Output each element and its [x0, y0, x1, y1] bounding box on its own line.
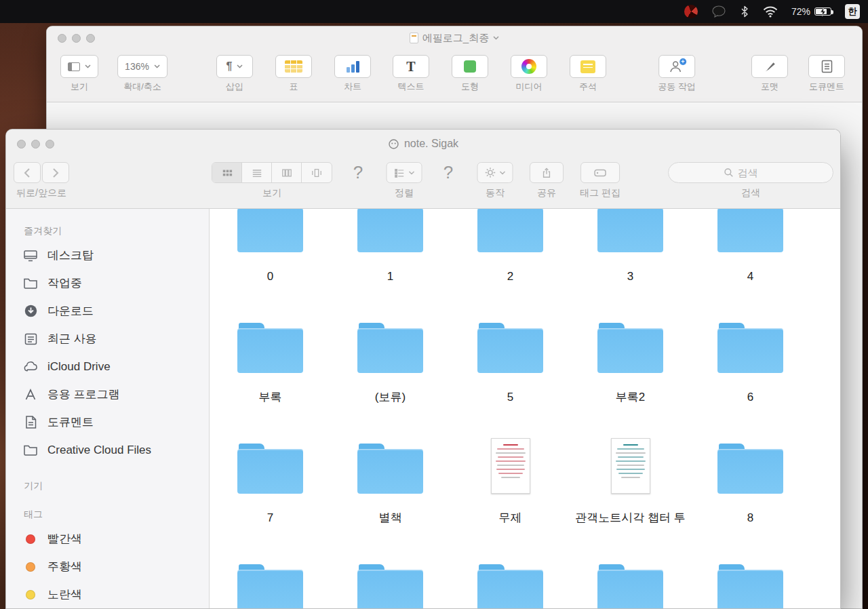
folder-item[interactable]: 8 [690, 437, 810, 557]
documents-icon [22, 415, 39, 429]
pages-media-button[interactable]: 미디어 [511, 55, 547, 93]
folder-item[interactable] [330, 557, 450, 609]
folder-item[interactable] [690, 557, 810, 609]
folder-icon [477, 323, 543, 373]
folder-item[interactable]: 2 [450, 209, 570, 316]
folder-item[interactable]: 1 [330, 209, 450, 316]
zoom-value: 136% [125, 61, 149, 72]
pages-window-title[interactable]: 에필로그_최종 [410, 32, 499, 45]
sidebar-item-downloads[interactable]: 다운로드 [22, 297, 209, 325]
list-view-icon [252, 168, 262, 178]
applications-icon [22, 388, 39, 401]
file-label: (보류) [375, 391, 406, 404]
question-mark-icon: ? [353, 162, 363, 183]
sidebar-tag-yellow[interactable]: 노란색 [22, 581, 209, 608]
menu-bar: 72% 한 [0, 0, 868, 23]
file-label: 1 [387, 270, 393, 283]
sidebar-item-icloud-drive[interactable]: iCloud Drive [22, 353, 209, 380]
pages-format-button[interactable]: 포맷 [751, 55, 788, 93]
pages-chart-button[interactable]: 차트 [334, 55, 371, 93]
search-input[interactable] [738, 167, 778, 178]
document-icon [611, 438, 650, 494]
share-icon [541, 167, 552, 179]
paintbrush-icon [763, 60, 776, 73]
input-source-menu[interactable]: 한 [845, 4, 860, 19]
sidebar-tag-orange[interactable]: 주황색 [22, 553, 209, 581]
menu-extra-messenger[interactable] [711, 5, 726, 18]
folder-item[interactable]: 0 [210, 209, 330, 316]
finder-window: note. Sigak 뒤로/앞으로 [5, 129, 841, 609]
close-button[interactable] [58, 34, 66, 43]
icon-view-button[interactable] [212, 163, 242, 182]
zoom-button[interactable] [86, 34, 95, 43]
pages-comment-button[interactable]: 주석 [570, 55, 606, 93]
back-button[interactable] [14, 162, 41, 183]
folder-item[interactable] [450, 557, 570, 609]
document-item[interactable]: 무제 [450, 437, 570, 557]
folder-icon [357, 209, 423, 252]
menu-extra-wifi[interactable] [763, 6, 778, 18]
folder-item[interactable]: 7 [210, 437, 330, 557]
forward-button[interactable] [42, 162, 69, 183]
sidebar-item-work-folder[interactable]: 작업중 [22, 269, 209, 297]
pages-insert-button[interactable]: ¶ 삽입 [216, 55, 253, 93]
pages-shape-button[interactable]: 도형 [452, 55, 488, 93]
document-icon [491, 438, 530, 494]
file-label: 6 [747, 391, 753, 404]
pages-collaborate-button[interactable]: + 공동 작업 [658, 55, 696, 93]
gallery-view-icon [311, 168, 323, 178]
table-icon [285, 60, 302, 73]
share-button[interactable] [530, 162, 564, 183]
minimize-button[interactable] [31, 140, 40, 149]
action-button[interactable] [477, 162, 513, 183]
folder-item[interactable]: 부록2 [570, 316, 690, 437]
battery-indicator[interactable]: 72% [791, 6, 831, 17]
folder-icon [597, 323, 663, 373]
zoom-button[interactable] [45, 140, 54, 149]
folder-item[interactable] [210, 557, 330, 609]
sort-button[interactable] [387, 162, 422, 183]
folder-icon [22, 277, 39, 290]
missing-toolbar-item: ? [443, 162, 453, 183]
pages-table-button[interactable]: 표 [275, 55, 312, 93]
folder-item[interactable]: 4 [690, 209, 810, 316]
pages-zoom-button[interactable]: 136% 확대/축소 [117, 55, 167, 93]
chevron-down-icon [85, 64, 91, 68]
column-view-button[interactable] [272, 163, 302, 182]
folder-item[interactable]: (보류) [330, 316, 450, 437]
sidebar-tag-red[interactable]: 빨간색 [22, 525, 209, 553]
edit-tags-button[interactable] [580, 162, 620, 183]
sidebar-item-desktop[interactable]: 데스크탑 [22, 241, 209, 269]
pages-toolbar: 보기 136% 확대/축소 ¶ 삽입 표 차트 T 텍스트 도형 [47, 50, 862, 102]
finder-titlebar: note. Sigak [6, 130, 840, 158]
folder-icon [237, 209, 303, 252]
folder-item[interactable]: 별책 [330, 437, 450, 557]
devices-section-title: 기기 [24, 480, 209, 492]
folder-item[interactable]: 부록 [210, 316, 330, 437]
finder-content-area[interactable]: 0 1 2 3 4 부록 (보류) 5 부록2 6 7 [210, 209, 840, 609]
folder-item[interactable]: 5 [450, 316, 570, 437]
search-field[interactable] [668, 162, 833, 183]
pages-view-button[interactable]: 보기 [60, 55, 98, 93]
sidebar-item-applications[interactable]: 응용 프로그램 [22, 380, 209, 408]
orange-tag-icon [26, 562, 35, 572]
file-label: 2 [507, 270, 513, 283]
search-control: 검색 [668, 162, 833, 199]
menu-extra-bluetooth[interactable] [740, 5, 749, 18]
menu-extra-app[interactable] [684, 5, 698, 18]
minimize-button[interactable] [72, 34, 81, 43]
file-label: 5 [507, 391, 513, 404]
sidebar-item-recents[interactable]: 최근 사용 [22, 325, 209, 353]
pages-document-button[interactable]: 도큐멘트 [808, 55, 845, 93]
gallery-view-button[interactable] [302, 163, 332, 182]
sidebar-item-documents[interactable]: 도큐멘트 [22, 408, 209, 436]
folder-item[interactable]: 6 [690, 316, 810, 437]
folder-item[interactable]: 3 [570, 209, 690, 316]
recents-icon [22, 332, 39, 346]
sidebar-item-creative-cloud-files[interactable]: Creative Cloud Files [22, 436, 209, 464]
close-button[interactable] [17, 140, 26, 149]
folder-item[interactable] [570, 557, 690, 609]
list-view-button[interactable] [242, 163, 272, 182]
pages-text-button[interactable]: T 텍스트 [393, 55, 429, 93]
document-item[interactable]: 관객노트시각 챕터 투 [570, 437, 690, 557]
